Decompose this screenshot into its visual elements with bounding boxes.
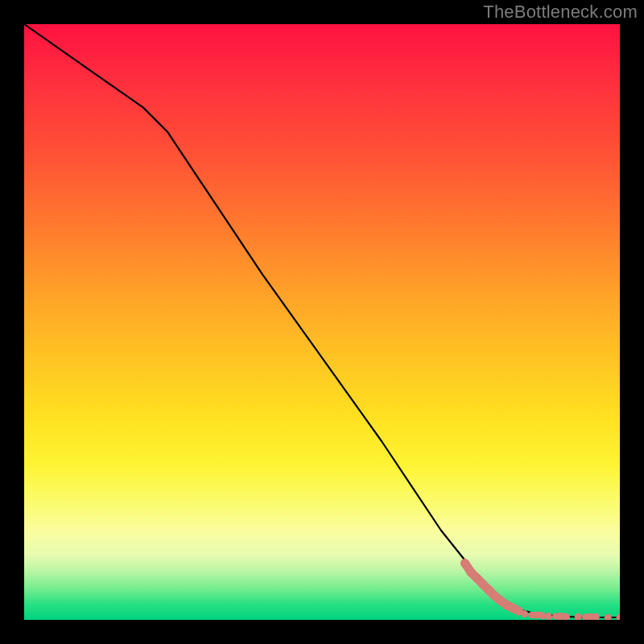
chart-frame: TheBottleneck.com [0, 0, 644, 644]
data-point [605, 614, 612, 621]
watermark-text: TheBottleneck.com [483, 2, 638, 23]
data-point [575, 613, 582, 620]
data-point [460, 559, 469, 568]
chart-overlay [24, 24, 620, 620]
data-point [545, 613, 552, 620]
scatter-floor [521, 610, 620, 620]
data-point [521, 610, 528, 617]
scatter-transition [460, 559, 523, 615]
plot-area [24, 24, 620, 620]
data-point [617, 614, 621, 621]
curve-line [24, 24, 620, 617]
